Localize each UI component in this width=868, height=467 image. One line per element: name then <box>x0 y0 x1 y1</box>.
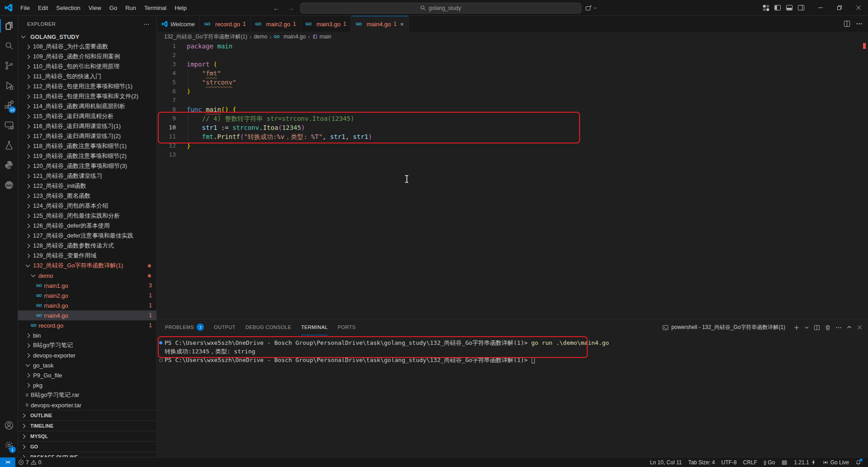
customize-layout-icon[interactable] <box>763 5 769 11</box>
minimize-button[interactable] <box>811 0 830 16</box>
panel-more-actions-icon[interactable] <box>835 324 842 331</box>
toggle-secondary-sidebar-icon[interactable] <box>797 4 805 11</box>
activity-item-search[interactable] <box>0 36 18 56</box>
tree-item-110_尚硅谷_包的引出和使用原理[interactable]: 110_尚硅谷_包的引出和使用原理 <box>18 62 156 71</box>
tree-item-121_尚硅谷_函数课堂练习[interactable]: 121_尚硅谷_函数课堂练习 <box>18 171 156 181</box>
kill-terminal-trash-icon[interactable] <box>825 324 831 331</box>
activity-item-python[interactable] <box>0 155 18 175</box>
tab-main3.go[interactable]: GOmain3.go1 <box>301 16 351 32</box>
forward-icon[interactable]: → <box>286 4 297 12</box>
tree-item-115_尚硅谷_递归调用流程分析[interactable]: 115_尚硅谷_递归调用流程分析 <box>18 111 156 121</box>
tab-main4.go[interactable]: GOmain4.go1× <box>351 16 409 32</box>
tree-item-main1.go[interactable]: GOmain1.go3 <box>18 281 156 291</box>
section-package-outline[interactable]: PACKAGE OUTLINE <box>18 452 156 457</box>
tab-main2.go[interactable]: GOmain2.go1 <box>251 16 301 32</box>
status-notifications[interactable] <box>852 457 864 467</box>
menu-view[interactable]: View <box>85 3 105 13</box>
panel-tab-output[interactable]: OUTPUT <box>214 319 236 335</box>
menu-edit[interactable]: Edit <box>34 3 52 13</box>
tree-item-B站go学习笔记[interactable]: B站go学习笔记 <box>18 340 156 350</box>
tree-item-120_尚硅谷_函数注意事项和细节(3)[interactable]: 120_尚硅谷_函数注意事项和细节(3) <box>18 161 156 171</box>
status-go-live[interactable]: Go Live <box>819 457 852 467</box>
split-terminal-icon[interactable] <box>814 324 820 331</box>
activity-item-source-control[interactable] <box>0 56 18 76</box>
panel-tab-problems[interactable]: PROBLEMS7 <box>165 319 204 335</box>
tree-item-113_尚硅谷_包使用注意事项和库文件(2)[interactable]: 113_尚硅谷_包使用注意事项和库文件(2) <box>18 91 156 101</box>
status-eol[interactable]: CRLF <box>740 457 760 467</box>
status-cursor-position[interactable]: Ln 10, Col 11 <box>647 457 685 467</box>
tree-item-129_尚硅谷_变量作用域[interactable]: 129_尚硅谷_变量作用域 <box>18 251 156 261</box>
activity-item-testing[interactable] <box>0 135 18 155</box>
tree-item-124_尚硅谷_闭包的基本介绍[interactable]: 124_尚硅谷_闭包的基本介绍 <box>18 201 156 211</box>
activity-item-account[interactable] <box>0 415 18 435</box>
status-indentation[interactable]: Tab Size: 4 <box>685 457 718 467</box>
tree-item-devops-exporter[interactable]: devops-exporter <box>18 350 156 360</box>
tree-item-main4.go[interactable]: GOmain4.go1 <box>18 310 156 320</box>
menu-file[interactable]: File <box>16 3 34 13</box>
code-editor[interactable]: 1package main23import (4 "fmt"5 "strconv… <box>157 42 868 319</box>
maximize-panel-icon[interactable] <box>846 324 852 330</box>
tree-item-119_尚硅谷_函数注意事项和细节(2)[interactable]: 119_尚硅谷_函数注意事项和细节(2) <box>18 151 156 161</box>
editor-more-actions-icon[interactable] <box>856 20 863 27</box>
terminal-output[interactable]: PS C:\Users\wxe5szh\OneDrive - Bosch Gro… <box>157 335 868 457</box>
tree-item-B站go学习笔记.rar[interactable]: ≡B站go学习笔记.rar <box>18 390 156 400</box>
new-terminal-icon[interactable] <box>793 324 800 331</box>
close-window-button[interactable] <box>849 0 868 16</box>
terminal-instance-label[interactable]: powershell - 132_尚硅谷_Go字符串函数详解(1) <box>662 324 785 331</box>
explorer-more-actions-icon[interactable]: ⋯ <box>143 20 150 28</box>
tree-item-117_尚硅谷_递归调用课堂练习(2)[interactable]: 117_尚硅谷_递归调用课堂练习(2) <box>18 131 156 141</box>
panel-tab-debug-console[interactable]: DEBUG CONSOLE <box>245 319 291 335</box>
tree-item-main2.go[interactable]: GOmain2.go1 <box>18 291 156 300</box>
activity-item-remote-explorer[interactable] <box>0 115 18 135</box>
tree-item-demo[interactable]: demo <box>18 271 156 281</box>
breadcrumb-item-main[interactable]: main <box>312 33 331 40</box>
restore-button[interactable] <box>830 0 849 16</box>
breadcrumb-item-demo[interactable]: demo <box>254 33 267 40</box>
breadcrumb-item-132_尚硅谷_Go字符串函数详解(1)[interactable]: 132_尚硅谷_Go字符串函数详解(1) <box>164 33 247 41</box>
close-panel-icon[interactable] <box>857 324 863 330</box>
tree-item-125_尚硅谷_闭包最佳实践和分析[interactable]: 125_尚硅谷_闭包最佳实践和分析 <box>18 211 156 221</box>
section-go[interactable]: GO <box>18 441 156 452</box>
menu-help[interactable]: Help <box>170 3 191 13</box>
status-go-tools[interactable] <box>778 457 791 467</box>
tree-item-118_尚硅谷_函数注意事项和细节(1)[interactable]: 118_尚硅谷_函数注意事项和细节(1) <box>18 141 156 151</box>
activity-item-run-debug[interactable] <box>0 76 18 95</box>
status-language-mode[interactable]: {}Go <box>760 457 778 467</box>
section-timeline[interactable]: TIMELINE <box>18 420 156 431</box>
activity-item-json[interactable]: Json <box>0 175 18 195</box>
menu-go[interactable]: Go <box>105 3 121 13</box>
tree-item-122_尚硅谷_init函数[interactable]: 122_尚硅谷_init函数 <box>18 181 156 191</box>
command-center-search[interactable]: golang_study <box>300 3 581 14</box>
back-icon[interactable]: ← <box>271 4 282 12</box>
tree-item-bin[interactable]: bin <box>18 330 156 340</box>
terminal-dropdown-icon[interactable] <box>804 325 809 330</box>
tree-item-116_尚硅谷_递归调用课堂练习(1)[interactable]: 116_尚硅谷_递归调用课堂练习(1) <box>18 121 156 131</box>
tab-record.go[interactable]: GOrecord.go1 <box>200 16 251 32</box>
copilot-menu[interactable] <box>585 5 597 12</box>
menu-selection[interactable]: Selection <box>52 3 84 13</box>
toggle-panel-icon[interactable] <box>786 4 793 11</box>
workspace-root-folder[interactable]: GOLANG_STUDY <box>18 32 156 42</box>
tree-item-pkg[interactable]: pkg <box>18 380 156 390</box>
breadcrumb-item-main4.go[interactable]: GOmain4.go <box>274 33 306 40</box>
status-encoding[interactable]: UTF-8 <box>718 457 740 467</box>
tree-item-devops-exporter.tar[interactable]: ≡devops-exporter.tar <box>18 400 156 410</box>
activity-item-settings[interactable]: 1 <box>0 435 18 455</box>
tree-item-114_尚硅谷_函数调用机制底层剖析[interactable]: 114_尚硅谷_函数调用机制底层剖析 <box>18 101 156 111</box>
tree-item-132_尚硅谷_Go字符串函数详解(1)[interactable]: 132_尚硅谷_Go字符串函数详解(1) <box>18 261 156 271</box>
tree-item-111_尚硅谷_包的快速入门[interactable]: 111_尚硅谷_包的快速入门 <box>18 71 156 81</box>
status-go-version[interactable]: 1.21.1 <box>791 457 819 467</box>
close-tab-icon[interactable]: × <box>400 21 404 28</box>
tree-item-126_尚硅谷_defer的基本使用[interactable]: 126_尚硅谷_defer的基本使用 <box>18 221 156 231</box>
tree-item-109_尚硅谷_函数介绍和应用案例[interactable]: 109_尚硅谷_函数介绍和应用案例 <box>18 52 156 62</box>
toggle-primary-sidebar-icon[interactable] <box>774 4 781 11</box>
remote-indicator[interactable]: >< <box>0 457 15 467</box>
tree-item-P9_Go_file[interactable]: P9_Go_file <box>18 370 156 380</box>
menu-run[interactable]: Run <box>121 3 140 13</box>
tree-item-go_task[interactable]: go_task <box>18 360 156 370</box>
tree-item-108_尚硅谷_为什么需要函数[interactable]: 108_尚硅谷_为什么需要函数 <box>18 42 156 52</box>
tree-item-127_尚硅谷_defer注意事项和最佳实践[interactable]: 127_尚硅谷_defer注意事项和最佳实践 <box>18 231 156 241</box>
menu-terminal[interactable]: Terminal <box>140 3 170 13</box>
section-mysql[interactable]: MYSQL <box>18 431 156 441</box>
activity-item-extensions[interactable]: 10 <box>0 95 18 115</box>
